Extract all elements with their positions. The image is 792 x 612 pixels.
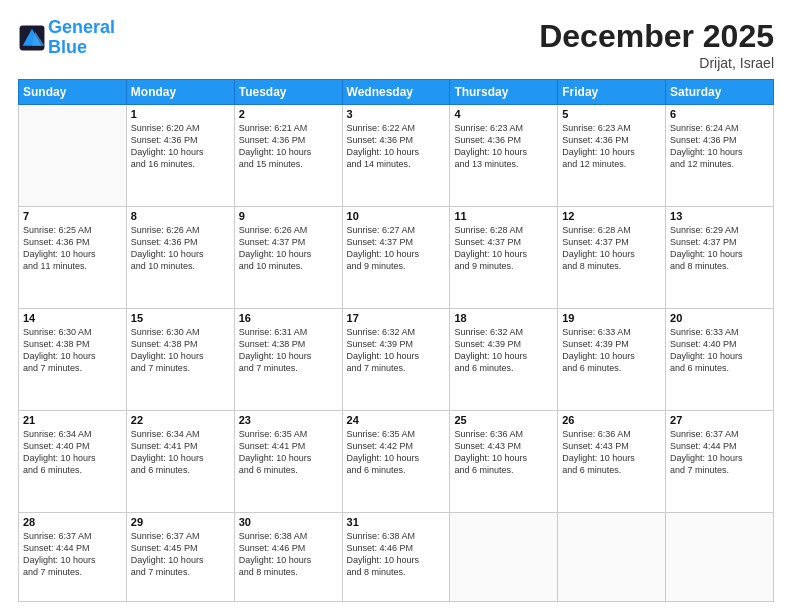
- day-number: 14: [23, 312, 122, 324]
- day-info: Sunrise: 6:37 AMSunset: 4:44 PMDaylight:…: [670, 428, 769, 477]
- day-info: Sunrise: 6:23 AMSunset: 4:36 PMDaylight:…: [562, 122, 661, 171]
- calendar-cell: 27Sunrise: 6:37 AMSunset: 4:44 PMDayligh…: [666, 410, 774, 512]
- calendar-cell: 4Sunrise: 6:23 AMSunset: 4:36 PMDaylight…: [450, 105, 558, 207]
- day-number: 31: [347, 516, 446, 528]
- day-number: 20: [670, 312, 769, 324]
- calendar-cell: 13Sunrise: 6:29 AMSunset: 4:37 PMDayligh…: [666, 206, 774, 308]
- calendar-cell: 1Sunrise: 6:20 AMSunset: 4:36 PMDaylight…: [126, 105, 234, 207]
- calendar-cell: 9Sunrise: 6:26 AMSunset: 4:37 PMDaylight…: [234, 206, 342, 308]
- page: General Blue December 2025 Drijat, Israe…: [0, 0, 792, 612]
- day-number: 3: [347, 108, 446, 120]
- calendar-cell: 12Sunrise: 6:28 AMSunset: 4:37 PMDayligh…: [558, 206, 666, 308]
- day-info: Sunrise: 6:29 AMSunset: 4:37 PMDaylight:…: [670, 224, 769, 273]
- logo-icon: [18, 24, 46, 52]
- weekday-monday: Monday: [126, 80, 234, 105]
- calendar-cell: 19Sunrise: 6:33 AMSunset: 4:39 PMDayligh…: [558, 308, 666, 410]
- day-info: Sunrise: 6:34 AMSunset: 4:40 PMDaylight:…: [23, 428, 122, 477]
- day-info: Sunrise: 6:22 AMSunset: 4:36 PMDaylight:…: [347, 122, 446, 171]
- day-info: Sunrise: 6:32 AMSunset: 4:39 PMDaylight:…: [454, 326, 553, 375]
- calendar-cell: [19, 105, 127, 207]
- day-number: 11: [454, 210, 553, 222]
- day-info: Sunrise: 6:20 AMSunset: 4:36 PMDaylight:…: [131, 122, 230, 171]
- day-number: 18: [454, 312, 553, 324]
- calendar-cell: 16Sunrise: 6:31 AMSunset: 4:38 PMDayligh…: [234, 308, 342, 410]
- calendar-cell: 11Sunrise: 6:28 AMSunset: 4:37 PMDayligh…: [450, 206, 558, 308]
- location: Drijat, Israel: [539, 55, 774, 71]
- calendar-cell: 30Sunrise: 6:38 AMSunset: 4:46 PMDayligh…: [234, 512, 342, 602]
- day-info: Sunrise: 6:26 AMSunset: 4:37 PMDaylight:…: [239, 224, 338, 273]
- calendar-cell: 17Sunrise: 6:32 AMSunset: 4:39 PMDayligh…: [342, 308, 450, 410]
- day-number: 16: [239, 312, 338, 324]
- day-info: Sunrise: 6:32 AMSunset: 4:39 PMDaylight:…: [347, 326, 446, 375]
- calendar-cell: 14Sunrise: 6:30 AMSunset: 4:38 PMDayligh…: [19, 308, 127, 410]
- day-number: 25: [454, 414, 553, 426]
- calendar-cell: 18Sunrise: 6:32 AMSunset: 4:39 PMDayligh…: [450, 308, 558, 410]
- day-info: Sunrise: 6:36 AMSunset: 4:43 PMDaylight:…: [562, 428, 661, 477]
- calendar-cell: 23Sunrise: 6:35 AMSunset: 4:41 PMDayligh…: [234, 410, 342, 512]
- logo-blue: Blue: [48, 37, 87, 57]
- day-number: 5: [562, 108, 661, 120]
- day-info: Sunrise: 6:26 AMSunset: 4:36 PMDaylight:…: [131, 224, 230, 273]
- day-number: 10: [347, 210, 446, 222]
- calendar-cell: 6Sunrise: 6:24 AMSunset: 4:36 PMDaylight…: [666, 105, 774, 207]
- weekday-friday: Friday: [558, 80, 666, 105]
- calendar-cell: 21Sunrise: 6:34 AMSunset: 4:40 PMDayligh…: [19, 410, 127, 512]
- day-number: 30: [239, 516, 338, 528]
- day-info: Sunrise: 6:31 AMSunset: 4:38 PMDaylight:…: [239, 326, 338, 375]
- weekday-wednesday: Wednesday: [342, 80, 450, 105]
- weekday-thursday: Thursday: [450, 80, 558, 105]
- day-info: Sunrise: 6:27 AMSunset: 4:37 PMDaylight:…: [347, 224, 446, 273]
- day-number: 19: [562, 312, 661, 324]
- day-number: 12: [562, 210, 661, 222]
- day-info: Sunrise: 6:33 AMSunset: 4:39 PMDaylight:…: [562, 326, 661, 375]
- calendar-cell: 28Sunrise: 6:37 AMSunset: 4:44 PMDayligh…: [19, 512, 127, 602]
- title-section: December 2025 Drijat, Israel: [539, 18, 774, 71]
- day-info: Sunrise: 6:36 AMSunset: 4:43 PMDaylight:…: [454, 428, 553, 477]
- weekday-header-row: SundayMondayTuesdayWednesdayThursdayFrid…: [19, 80, 774, 105]
- week-row-5: 28Sunrise: 6:37 AMSunset: 4:44 PMDayligh…: [19, 512, 774, 602]
- calendar-cell: 7Sunrise: 6:25 AMSunset: 4:36 PMDaylight…: [19, 206, 127, 308]
- day-info: Sunrise: 6:24 AMSunset: 4:36 PMDaylight:…: [670, 122, 769, 171]
- day-info: Sunrise: 6:25 AMSunset: 4:36 PMDaylight:…: [23, 224, 122, 273]
- calendar-cell: 29Sunrise: 6:37 AMSunset: 4:45 PMDayligh…: [126, 512, 234, 602]
- day-number: 2: [239, 108, 338, 120]
- day-info: Sunrise: 6:33 AMSunset: 4:40 PMDaylight:…: [670, 326, 769, 375]
- calendar-cell: 26Sunrise: 6:36 AMSunset: 4:43 PMDayligh…: [558, 410, 666, 512]
- calendar-cell: 10Sunrise: 6:27 AMSunset: 4:37 PMDayligh…: [342, 206, 450, 308]
- day-number: 15: [131, 312, 230, 324]
- calendar-cell: [558, 512, 666, 602]
- day-number: 28: [23, 516, 122, 528]
- calendar-cell: 3Sunrise: 6:22 AMSunset: 4:36 PMDaylight…: [342, 105, 450, 207]
- day-info: Sunrise: 6:21 AMSunset: 4:36 PMDaylight:…: [239, 122, 338, 171]
- week-row-1: 1Sunrise: 6:20 AMSunset: 4:36 PMDaylight…: [19, 105, 774, 207]
- weekday-tuesday: Tuesday: [234, 80, 342, 105]
- day-number: 17: [347, 312, 446, 324]
- calendar-cell: 24Sunrise: 6:35 AMSunset: 4:42 PMDayligh…: [342, 410, 450, 512]
- day-info: Sunrise: 6:30 AMSunset: 4:38 PMDaylight:…: [131, 326, 230, 375]
- month-title: December 2025: [539, 18, 774, 55]
- day-info: Sunrise: 6:38 AMSunset: 4:46 PMDaylight:…: [239, 530, 338, 579]
- day-number: 6: [670, 108, 769, 120]
- day-number: 1: [131, 108, 230, 120]
- calendar-cell: [666, 512, 774, 602]
- day-number: 26: [562, 414, 661, 426]
- weekday-sunday: Sunday: [19, 80, 127, 105]
- logo-text: General Blue: [48, 18, 115, 58]
- week-row-4: 21Sunrise: 6:34 AMSunset: 4:40 PMDayligh…: [19, 410, 774, 512]
- day-number: 13: [670, 210, 769, 222]
- calendar-cell: 5Sunrise: 6:23 AMSunset: 4:36 PMDaylight…: [558, 105, 666, 207]
- day-info: Sunrise: 6:35 AMSunset: 4:41 PMDaylight:…: [239, 428, 338, 477]
- day-number: 23: [239, 414, 338, 426]
- calendar-cell: 22Sunrise: 6:34 AMSunset: 4:41 PMDayligh…: [126, 410, 234, 512]
- day-info: Sunrise: 6:28 AMSunset: 4:37 PMDaylight:…: [562, 224, 661, 273]
- logo: General Blue: [18, 18, 115, 58]
- day-info: Sunrise: 6:34 AMSunset: 4:41 PMDaylight:…: [131, 428, 230, 477]
- week-row-2: 7Sunrise: 6:25 AMSunset: 4:36 PMDaylight…: [19, 206, 774, 308]
- calendar-cell: 2Sunrise: 6:21 AMSunset: 4:36 PMDaylight…: [234, 105, 342, 207]
- calendar-cell: [450, 512, 558, 602]
- logo-general: General: [48, 17, 115, 37]
- day-info: Sunrise: 6:28 AMSunset: 4:37 PMDaylight:…: [454, 224, 553, 273]
- calendar-cell: 8Sunrise: 6:26 AMSunset: 4:36 PMDaylight…: [126, 206, 234, 308]
- day-info: Sunrise: 6:38 AMSunset: 4:46 PMDaylight:…: [347, 530, 446, 579]
- day-number: 4: [454, 108, 553, 120]
